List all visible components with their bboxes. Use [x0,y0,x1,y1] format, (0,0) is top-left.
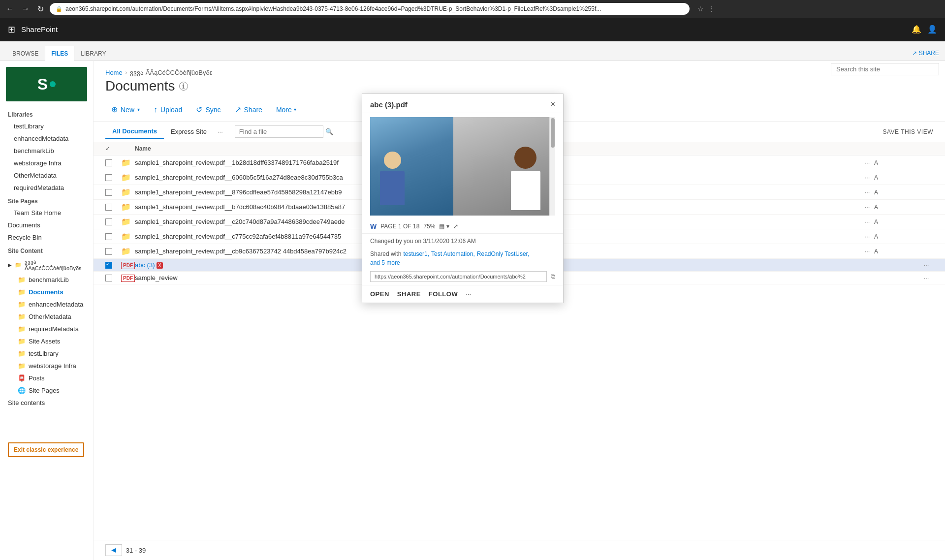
row-check [105,233,121,240]
sidebar-item-sc-webstorageinfra[interactable]: 📁 webstorage Infra [0,360,93,372]
share-button[interactable]: ↗ Share [229,102,268,117]
sidebar-item-othermetadata[interactable]: OtherMetadata [0,169,93,182]
forward-button[interactable]: → [20,2,32,15]
sidebar-item-sc-enhancedmetadata[interactable]: 📁 enhancedMetadata [0,298,93,311]
view-filter-more[interactable]: ··· [214,125,227,138]
checkbox[interactable] [105,248,112,255]
and-more-link[interactable]: and 5 more [370,259,400,266]
copy-link-icon[interactable]: ⧉ [551,273,555,280]
row-dots[interactable]: ··· [860,159,874,166]
follow-button[interactable]: FOLLOW [429,290,458,298]
share-action-button[interactable]: SHARE [397,290,421,298]
shared-user-3[interactable]: ReadOnly TestUser, [477,250,530,257]
checkbox-checked[interactable] [105,262,112,269]
new-button[interactable]: ⊕ New ▾ [105,102,146,117]
sidebar-item-sc-benchmarklib[interactable]: 📁 benchmarkLib [0,274,93,286]
preview-link-input[interactable] [370,271,547,282]
sidebar-item-sc-siteassets[interactable]: 📁 Site Assets [0,335,93,347]
sidebar-item-testlibrary[interactable]: testLibrary [0,120,93,132]
tab-browse[interactable]: BROWSE [6,46,45,61]
check-all-icon[interactable]: ✓ [105,145,110,152]
exit-classic-button[interactable]: Exit classic experience [8,442,84,457]
folder-icon-col: 📁 [121,217,135,226]
waffle-icon[interactable]: ⊞ [8,24,15,35]
search-this-site-input[interactable] [831,63,939,75]
row-dots[interactable]: ··· [860,248,874,255]
view-toggle-icon[interactable]: ▦ ▾ [439,223,449,230]
user-menu-icon[interactable]: 👤 [927,25,937,34]
sidebar-item-recyclebin[interactable]: Recycle Bin [0,231,93,244]
preview-scrollbar[interactable] [549,117,555,216]
folder-icon-sc: 📁 [15,262,22,268]
sync-button[interactable]: ↺ Sync [190,102,226,117]
save-this-view-button[interactable]: SAVE THIS VIEW [882,128,933,135]
bookmark-icon[interactable]: ☆ [697,5,704,13]
notification-bell-icon[interactable]: 🔔 [912,25,921,34]
row-dots[interactable]: ··· [860,233,874,240]
expand-icon[interactable]: ⤢ [453,223,458,230]
sidebar-item-sc-posts[interactable]: 📮 Posts [0,372,93,384]
folder-icon-sa: 📁 [18,338,26,345]
figure-1 [378,152,407,216]
site-content-section-title: Site Content [0,244,93,256]
open-button[interactable]: OPEN [370,290,389,298]
folder-icon: 📁 [121,158,131,167]
sidebar-item-teamsitehome[interactable]: Team Site Home [0,207,93,219]
shared-user-1[interactable]: testuser1, [403,250,429,257]
checkbox[interactable] [105,218,112,225]
sidebar-item-sc-requiredmetadata[interactable]: 📁 requiredMetadata [0,323,93,335]
pagination-prev[interactable]: ◄ [105,544,122,556]
body-2 [511,171,540,210]
info-icon[interactable]: ℹ [179,82,188,91]
row-col-a: A [874,204,933,211]
preview-actions: OPEN SHARE FOLLOW ··· [362,285,563,303]
checkbox[interactable] [105,189,112,196]
sidebar-item-sc-testlibrary[interactable]: 📁 testLibrary [0,347,93,360]
sidebar-item-sc-root[interactable]: ▶ 📁 ვვვა ÃÄąCćĊCĈòèñĵûoBγδε [0,256,93,274]
sidebar-item-webstorageinfra[interactable]: webstorage Infra [0,157,93,169]
sidebar-item-sitecontents[interactable]: Site contents [0,397,93,409]
checkbox[interactable] [105,233,112,240]
back-button[interactable]: ← [4,2,16,15]
view-filter-alldocs[interactable]: All Documents [105,124,164,139]
sidebar-item-sc-othermetadata[interactable]: 📁 OtherMetadata [0,311,93,323]
sync-label: Sync [205,106,220,114]
address-bar[interactable]: 🔒 aeon365.sharepoint.com/automation/Docu… [50,3,690,15]
sidebar-item-benchmarklib[interactable]: benchmarkLib [0,145,93,157]
shared-user-2[interactable]: Test Automation, [431,250,475,257]
row-dots[interactable]: ··· [860,203,874,211]
checkbox[interactable] [105,204,112,211]
breadcrumb-middle[interactable]: ვვვა ÃÄąCćĊCĈòèñĵûoBγδε [130,69,212,76]
sharepoint-topbar: ⊞ SharePoint 🔔 👤 [0,18,945,41]
checkbox[interactable] [105,159,112,166]
sidebar-item-requiredmetadata[interactable]: requiredMetadata [0,182,93,194]
row-dots[interactable]: ··· [919,261,933,269]
pagination: ◄ 31 - 39 [94,540,945,560]
sidebar-item-enhancedmetadata[interactable]: enhancedMetadata [0,132,93,145]
refresh-button[interactable]: ↻ [35,2,46,16]
folder-icon-col: 📁 [121,247,135,256]
tab-library[interactable]: LIBRARY [74,46,112,61]
checkbox[interactable] [105,275,112,281]
row-dots[interactable]: ··· [860,218,874,225]
row-dots[interactable]: ··· [919,274,933,281]
preview-close-button[interactable]: × [551,100,555,109]
checkbox[interactable] [105,174,112,181]
tab-files[interactable]: FILES [45,46,74,61]
view-filter-expresssite[interactable]: Express Site [164,125,214,138]
sidebar-item-documents[interactable]: Documents [0,219,93,231]
sidebar-item-sc-documents[interactable]: 📁 Documents [0,286,93,298]
share-label: Share [244,106,262,114]
sidebar-item-sc-sitepages[interactable]: 🌐 Site Pages [0,384,93,397]
preview-more-dots[interactable]: ··· [466,290,471,298]
row-dots[interactable]: ··· [860,174,874,181]
sync-icon: ↺ [196,105,202,114]
ribbon-share-button[interactable]: ↗ SHARE [912,50,939,57]
new-dropdown-icon: ▾ [137,107,140,112]
extension-icon[interactable]: ⋮ [708,5,715,13]
breadcrumb-home[interactable]: Home [105,69,123,76]
row-dots[interactable]: ··· [860,188,874,196]
find-file-input[interactable] [235,125,323,138]
upload-button[interactable]: ↑ Upload [148,102,188,117]
more-button[interactable]: More ▾ [270,103,302,117]
